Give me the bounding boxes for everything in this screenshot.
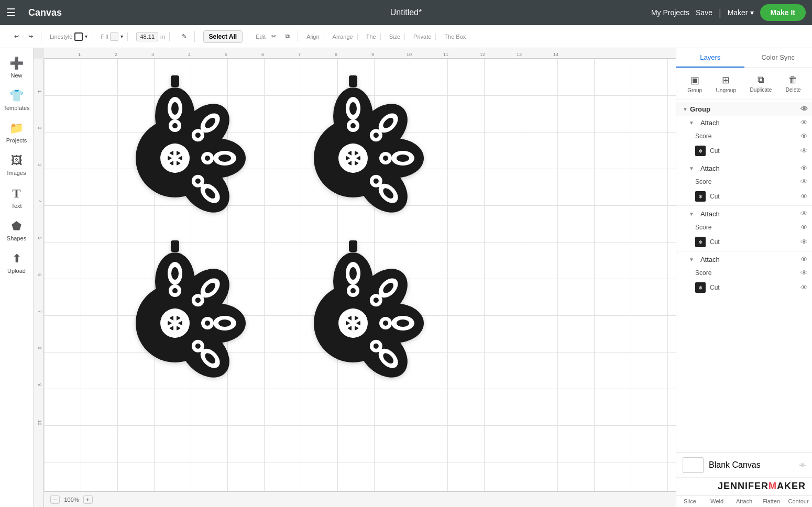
horizontal-ruler: 1 2 3 4 5 6 7 8 9 10 11 12 13 14 xyxy=(44,48,676,59)
cut2-eye-icon[interactable]: 👁 xyxy=(800,192,808,201)
score2-eye-icon[interactable]: 👁 xyxy=(800,178,808,186)
group-button[interactable]: ▣ Group xyxy=(683,72,706,95)
cut2-thumbnail: ❄ xyxy=(695,191,706,202)
layer-cut-3[interactable]: ❄ Cut 👁 xyxy=(676,234,812,250)
snowflake-ornament-2[interactable] xyxy=(280,74,426,232)
sidebar-item-images[interactable]: 🖼 Images xyxy=(2,150,31,180)
snowflake-ornament-4[interactable] xyxy=(280,239,426,396)
score4-eye-icon[interactable]: 👁 xyxy=(800,269,808,277)
edit-scissors-button[interactable]: ✂ xyxy=(268,31,280,42)
pen-button[interactable]: ✎ xyxy=(178,31,190,42)
layer-group-header[interactable]: ▼ Group 👁 xyxy=(676,102,812,116)
hamburger-menu[interactable]: ☰ xyxy=(6,6,16,19)
layer-attach-1[interactable]: ▼ Attach 👁 xyxy=(676,116,812,129)
redo-button[interactable]: ↪ xyxy=(25,31,37,42)
layer-score-1[interactable]: Score 👁 xyxy=(676,129,812,143)
cut1-eye-icon[interactable]: 👁 xyxy=(800,147,808,155)
group-eye-icon[interactable]: 👁 xyxy=(800,105,808,113)
attach3-eye-icon[interactable]: 👁 xyxy=(800,210,808,218)
layer-score-3[interactable]: Score 👁 xyxy=(676,221,812,234)
select-all-button[interactable]: Select All xyxy=(203,30,243,43)
layer-cut-2[interactable]: ❄ Cut 👁 xyxy=(676,189,812,204)
svg-point-30 xyxy=(218,155,231,162)
bottom-tab-weld[interactable]: Weld xyxy=(704,495,731,507)
attach4-eye-icon[interactable]: 👁 xyxy=(800,255,808,263)
blank-canvas-label: Blank Canvas xyxy=(709,460,761,470)
private-label: Private xyxy=(413,34,431,40)
sidebar-item-upload-label: Upload xyxy=(7,268,26,274)
zoom-in-button[interactable]: + xyxy=(83,495,93,504)
cut4-thumbnail: ❄ xyxy=(695,282,706,293)
maker-selector[interactable]: Maker ▾ xyxy=(728,8,754,17)
bottom-tab-flatten[interactable]: Flatten xyxy=(758,495,785,507)
ungroup-button[interactable]: ⊞ Ungroup xyxy=(712,72,740,95)
layer-attach-2[interactable]: ▼ Attach 👁 xyxy=(676,161,812,175)
snowflake-ornament-1[interactable] xyxy=(102,74,248,232)
layer-attach-4[interactable]: ▼ Attach 👁 xyxy=(676,252,812,266)
svg-rect-99 xyxy=(349,240,357,252)
sidebar-item-projects[interactable]: 📁 Projects xyxy=(2,117,31,148)
delete-button[interactable]: 🗑 Delete xyxy=(782,72,805,95)
sidebar-item-templates[interactable]: 👕 Templates xyxy=(2,85,31,115)
layer-score-2[interactable]: Score 👁 xyxy=(676,175,812,189)
sidebar-item-text[interactable]: T Text xyxy=(2,182,31,213)
brand-highlight: M xyxy=(769,481,777,491)
linestyle-swatch[interactable] xyxy=(74,32,83,41)
cut1-label: Cut xyxy=(710,147,720,155)
cut3-label: Cut xyxy=(710,238,720,246)
text-icon: T xyxy=(12,186,20,201)
snowflake-ornament-3[interactable] xyxy=(102,239,248,396)
score1-eye-icon[interactable]: 👁 xyxy=(800,132,808,140)
bottom-tab-contour[interactable]: Contour xyxy=(785,495,812,507)
canvas-content[interactable] xyxy=(44,59,676,491)
width-unit: in xyxy=(160,34,165,40)
tab-color-sync[interactable]: Color Sync xyxy=(744,48,813,68)
images-icon: 🖼 xyxy=(11,154,23,168)
edit-copy-button[interactable]: ⧉ xyxy=(282,31,293,42)
canvas-area[interactable]: 1 2 3 4 5 6 7 8 9 10 11 12 13 14 1 2 3 4… xyxy=(34,48,676,507)
score3-eye-icon[interactable]: 👁 xyxy=(800,223,808,232)
select-all-group: Select All xyxy=(199,30,248,43)
svg-point-125 xyxy=(349,267,357,280)
sidebar-item-new[interactable]: ➕ New xyxy=(2,52,31,83)
zoom-out-button[interactable]: − xyxy=(50,495,60,504)
linestyle-label: Linestyle xyxy=(50,34,72,40)
tab-layers[interactable]: Layers xyxy=(676,48,744,68)
save-button[interactable]: Save xyxy=(696,8,712,17)
svg-point-22 xyxy=(205,156,210,161)
cut3-thumbnail: ❄ xyxy=(695,237,706,247)
svg-point-51 xyxy=(350,123,356,128)
bottom-tab-slice[interactable]: Slice xyxy=(676,495,704,507)
make-it-button[interactable]: Make It xyxy=(760,4,806,21)
attach1-eye-icon[interactable]: 👁 xyxy=(800,118,808,127)
svg-rect-111 xyxy=(354,312,358,314)
layer-score-4[interactable]: Score 👁 xyxy=(676,266,812,280)
svg-rect-45 xyxy=(354,147,358,149)
sidebar-item-images-label: Images xyxy=(7,170,26,176)
layer-cut-1[interactable]: ❄ Cut 👁 xyxy=(676,143,812,159)
sidebar-item-upload[interactable]: ⬆ Upload xyxy=(2,248,31,278)
panel-tabs: Layers Color Sync xyxy=(676,48,812,68)
sidebar-item-templates-label: Templates xyxy=(3,105,29,111)
layer-attach-3[interactable]: ▼ Attach 👁 xyxy=(676,207,812,221)
svg-point-96 xyxy=(218,319,231,327)
cut4-eye-icon[interactable]: 👁 xyxy=(800,283,808,292)
private-group: Private xyxy=(409,34,436,40)
attach2-eye-icon[interactable]: 👁 xyxy=(800,164,808,172)
fill-chevron[interactable]: ▾ xyxy=(120,34,123,39)
attach2-label: Attach xyxy=(700,164,720,172)
undo-button[interactable]: ↩ xyxy=(10,31,23,42)
linestyle-chevron[interactable]: ▾ xyxy=(85,34,87,39)
blank-canvas-item[interactable]: Blank Canvas 👁 xyxy=(676,453,812,477)
cut3-eye-icon[interactable]: 👁 xyxy=(800,238,808,246)
duplicate-button[interactable]: ⧉ Duplicate xyxy=(746,72,776,95)
fill-swatch[interactable] xyxy=(110,32,118,41)
bottom-tab-attach[interactable]: Attach xyxy=(731,495,758,507)
my-projects-link[interactable]: My Projects xyxy=(651,8,689,17)
layer-cut-4[interactable]: ❄ Cut 👁 xyxy=(676,280,812,295)
delete-label: Delete xyxy=(786,87,801,93)
upload-icon: ⬆ xyxy=(12,252,21,266)
blank-canvas-eye-icon[interactable]: 👁 xyxy=(799,461,806,469)
svg-point-129 xyxy=(397,319,409,327)
sidebar-item-shapes[interactable]: ⬟ Shapes xyxy=(2,215,31,246)
